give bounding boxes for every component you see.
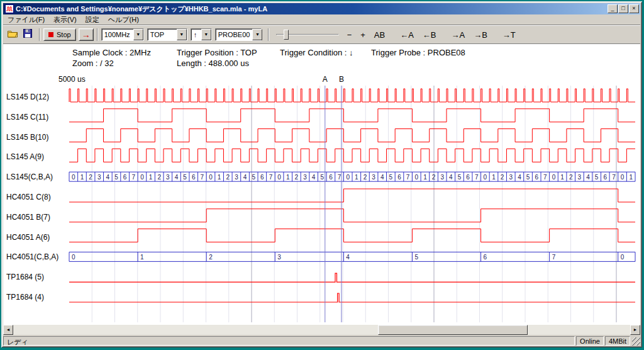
status-bar: レディ Online 4MBit (3, 335, 640, 346)
run-button[interactable]: → (79, 28, 94, 41)
scroll-right-icon[interactable]: ► (630, 325, 640, 335)
bus-value: 0 (72, 174, 75, 181)
sample-clock-info: Sample Clock : 2MHz (72, 48, 151, 57)
maximize-button[interactable]: □ (618, 4, 628, 13)
bus-value: 6 (484, 254, 487, 261)
waveform-workspace: Sample Clock : 2MHz Trigger Position : T… (3, 43, 640, 335)
sample-clock-combo[interactable]: 100MHz ▼ (101, 28, 144, 41)
zoom-slider[interactable] (275, 28, 340, 41)
bus-value: 1 (140, 254, 144, 261)
trigger-probe-value: PROBE00 (216, 29, 253, 40)
bus-value: 4 (312, 174, 316, 181)
zoom-out-button[interactable]: − (344, 29, 355, 41)
zoom-in-button[interactable]: + (357, 29, 369, 41)
trigger-position-info: Trigger Position : TOP (177, 48, 257, 57)
bus-value: 0 (621, 174, 625, 181)
bus-value: 7 (201, 174, 204, 181)
trigger-edge-value: ↑ (191, 29, 201, 40)
trigger-edge-combo[interactable]: ↑ ▼ (191, 28, 212, 41)
open-button[interactable] (6, 28, 19, 41)
bus-value: 3 (440, 174, 444, 181)
scrollbar-track[interactable] (13, 325, 630, 335)
trigger-probe-info: Trigger Probe : PROBE08 (371, 48, 465, 57)
channel-label: TP1684 (4) (6, 293, 44, 302)
waveform-plot[interactable]: 5000 usLS145 D(12)LS145 C(11)LS145 B(10)… (3, 72, 640, 325)
bus-value: 7 (269, 174, 273, 181)
goto-trigger-button[interactable]: →T (499, 29, 519, 41)
bus-value: 1 (492, 174, 496, 181)
chevron-down-icon[interactable]: ▼ (177, 29, 187, 40)
chevron-down-icon[interactable]: ▼ (252, 29, 262, 40)
app-icon (5, 4, 14, 13)
bus-value: 2 (226, 174, 230, 181)
ab-button[interactable]: AB (371, 29, 388, 41)
bus-value: 3 (277, 254, 281, 261)
minimize-button[interactable]: _ (608, 4, 618, 13)
title-bar[interactable]: C:¥Documents and Settings¥noname¥デスクトップ¥… (3, 3, 640, 14)
bus-value: 3 (97, 174, 101, 181)
bus-value: 2 (89, 174, 92, 181)
zoom-slider-thumb[interactable] (284, 30, 289, 40)
bus-value: 2 (569, 174, 573, 181)
bus-value: 7 (552, 254, 556, 261)
stop-button[interactable]: Stop (43, 28, 76, 41)
waveform-HC4051 B(7) (69, 209, 635, 222)
resize-grip-icon[interactable] (632, 337, 640, 346)
bus-value: 0 (414, 174, 418, 181)
goto-a-left-button[interactable]: ←A (397, 29, 417, 41)
length-info: Length : 488.000 us (177, 59, 249, 68)
save-button[interactable] (21, 28, 35, 41)
scrollbar-thumb[interactable] (378, 325, 528, 335)
menu-settings[interactable]: 設定 (81, 14, 104, 26)
close-button[interactable]: × (629, 4, 639, 13)
bus-value: 4 (449, 174, 453, 181)
folder-icon (8, 29, 18, 40)
bus-value: 7 (338, 174, 341, 181)
bus-value: 0 (552, 174, 556, 181)
bus-value: 1 (423, 174, 427, 181)
bus-value: 6 (466, 174, 470, 181)
horizontal-scrollbar[interactable]: ◄ ► (3, 325, 640, 335)
toolbar-separator (97, 28, 98, 41)
trigger-position-combo[interactable]: TOP ▼ (147, 28, 187, 41)
menu-help[interactable]: ヘルプ(H) (104, 14, 143, 26)
menu-view[interactable]: 表示(V) (49, 14, 81, 26)
bus-value: 5 (114, 174, 118, 181)
goto-b-right-button[interactable]: →B (470, 29, 491, 41)
bus-value: 7 (612, 174, 616, 181)
bus-value: 2 (501, 174, 504, 181)
bus-value: 1 (560, 174, 564, 181)
status-ready: レディ (3, 336, 575, 346)
bus-value: 4 (346, 254, 350, 261)
bus-value: 4 (380, 174, 384, 181)
chevron-down-icon[interactable]: ▼ (201, 29, 211, 40)
bus-value: 2 (364, 174, 367, 181)
run-arrow-icon: → (82, 30, 91, 40)
bus-value: 5 (252, 174, 255, 181)
bus-value: 2 (157, 174, 161, 181)
waveform-LS145 A(9) (69, 149, 635, 162)
bus-value: 6 (603, 174, 607, 181)
bus-value: 5 (320, 174, 324, 181)
menu-file[interactable]: ファイル(F) (3, 14, 49, 26)
channel-label: LS145 D(12) (6, 93, 49, 101)
bus-value: 1 (286, 174, 290, 181)
bus-value: 6 (260, 174, 264, 181)
bus-value: 4 (175, 174, 179, 181)
bus-value: 5 (389, 174, 393, 181)
waveform-TP1684 (5) (69, 273, 635, 282)
cursor-a-label: A (323, 75, 328, 84)
chevron-down-icon[interactable]: ▼ (133, 29, 143, 40)
bus-value: 0 (346, 174, 350, 181)
scroll-left-icon[interactable]: ◄ (3, 325, 13, 335)
bus-value: 6 (535, 174, 538, 181)
goto-a-right-button[interactable]: →A (448, 29, 469, 41)
goto-b-left-button[interactable]: ←B (419, 29, 440, 41)
waveform-LS145 B(10) (69, 129, 635, 142)
trigger-probe-combo[interactable]: PROBE00 ▼ (215, 28, 262, 41)
bus-value: 1 (355, 174, 358, 181)
channel-label: LS145 B(10) (6, 133, 48, 142)
bus-value: 6 (397, 174, 401, 181)
bus-value: 3 (235, 174, 238, 181)
sample-clock-value: 100MHz (102, 29, 133, 40)
